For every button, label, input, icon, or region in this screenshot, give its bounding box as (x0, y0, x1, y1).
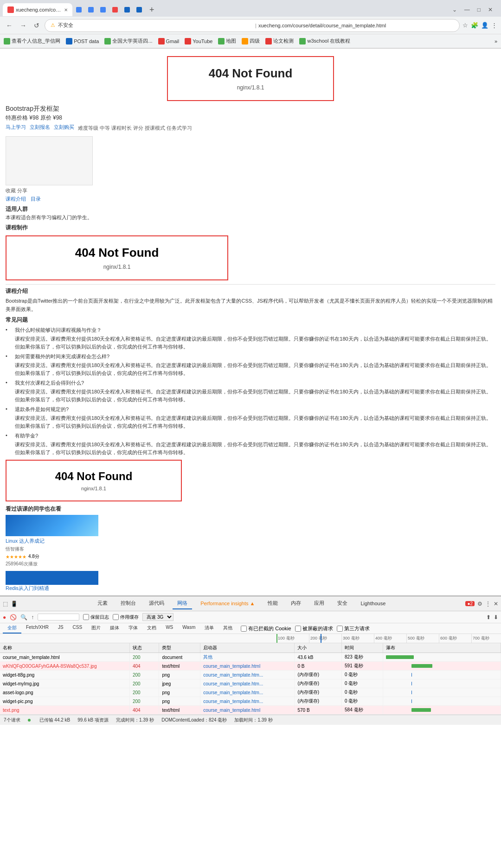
disable-cache-checkbox[interactable]: 停用缓存 (113, 614, 139, 621)
inspect-icon[interactable]: ⬚ (3, 601, 8, 607)
download-icon[interactable]: ⬇ (494, 614, 498, 621)
related-course-link-1[interactable]: Linux 达人养成记 (6, 538, 98, 545)
device-icon[interactable]: 📱 (11, 601, 18, 607)
record-icon[interactable]: ● (3, 614, 6, 621)
address-bar[interactable]: ⚠ 不安全 | xuecheng.com/course/detail/cours… (45, 19, 460, 32)
waterfall-bar (411, 673, 412, 677)
devtools-tab-performance[interactable]: 性能 (263, 598, 283, 609)
bookmark-star-button[interactable]: ☆ (462, 22, 468, 29)
new-tab-button[interactable]: + (146, 5, 158, 15)
devtools-tab-lighthouse[interactable]: Lighthouse (356, 599, 390, 609)
cell-name: wKhlQFqO0OGAFyhGAAA-8SWa8Qc537.jpg (0, 662, 129, 671)
table-row[interactable]: asset-logo.png 200 png course_main_templ… (0, 688, 501, 697)
devtools-tab-console[interactable]: 控制台 (116, 598, 141, 609)
browser-tab[interactable] (109, 4, 121, 15)
forward-button[interactable]: → (18, 20, 29, 31)
third-party-checkbox[interactable]: 第三方请求 (337, 623, 370, 634)
table-row[interactable]: course_main_template.html 200 document 其… (0, 653, 501, 662)
table-row[interactable]: widget-myImg.jpg 200 jpeg course_main_te… (0, 679, 501, 688)
subtab-fetch-xhr[interactable]: Fetch/XHR (21, 623, 53, 634)
preserve-log-checkbox[interactable]: 保留日志 (83, 614, 109, 621)
subtab-font[interactable]: 字体 (124, 623, 142, 634)
browser-tab[interactable] (97, 4, 109, 15)
import-icon[interactable]: ↑ (31, 614, 34, 621)
col-header-status[interactable]: 状态 (129, 643, 159, 653)
devtools-tab-performance-insights[interactable]: Performance insights ▲ (196, 599, 259, 609)
subtab-css[interactable]: CSS (68, 623, 87, 634)
cell-name: widget-pic.png (0, 697, 129, 706)
course-intro-link[interactable]: 课程介绍 (6, 196, 26, 203)
subtab-other[interactable]: 其他 (218, 623, 237, 634)
col-header-name[interactable]: 名称 (0, 643, 129, 653)
browser-tab[interactable] (122, 4, 133, 15)
table-row[interactable]: widget-tt8g.png 200 png course_main_temp… (0, 671, 501, 679)
col-header-time[interactable]: 时间 (342, 643, 383, 653)
blocked-requests-checkbox[interactable]: 被屏蔽的请求 (295, 623, 333, 634)
col-header-waterfall[interactable]: 瀑布 (383, 643, 501, 653)
bookmark-gmail[interactable]: Gmail (158, 38, 180, 44)
bookmark-cet4[interactable]: 四级 (242, 38, 260, 44)
devtools-tab-application[interactable]: 应用 (309, 598, 329, 609)
network-filter-input[interactable] (38, 614, 79, 621)
table-row[interactable]: text.png 404 text/html course_main_templ… (0, 706, 501, 715)
devtools-subtabs: 全部 Fetch/XHR JS CSS 图片 媒体 字体 文档 WS Wasm … (0, 623, 501, 634)
throttle-select[interactable]: 高速 3G (142, 613, 173, 621)
subtab-all[interactable]: 全部 (3, 623, 21, 634)
active-tab[interactable]: xuecheng.com/course/detail/co... ✕ (3, 3, 72, 16)
col-header-type[interactable]: 类型 (159, 643, 200, 653)
devtools-close-icon[interactable]: ✕ (494, 601, 498, 607)
buy-link[interactable]: 立刻购买 (54, 124, 74, 134)
subtab-wasm[interactable]: Wasm (178, 623, 200, 634)
subtab-ws[interactable]: WS (161, 623, 178, 634)
devtools-more-icon[interactable]: ⋮ (485, 601, 491, 607)
bookmark-thesis-check[interactable]: 论文检测 (265, 38, 294, 44)
upload-icon[interactable]: ⬆ (486, 614, 491, 621)
bookmark-english[interactable]: 全国大学英语四... (104, 38, 152, 44)
clear-icon[interactable]: 🚫 (10, 614, 17, 621)
table-row[interactable]: widget-pic.png 200 png course_main_templ… (0, 697, 501, 706)
subtab-js[interactable]: JS (53, 623, 68, 634)
browser-tab[interactable] (73, 4, 84, 15)
devtools-settings-icon[interactable]: ⚙ (477, 601, 482, 607)
cell-waterfall (383, 653, 501, 662)
bookmark-w3school[interactable]: w3school 在线教程 (299, 38, 350, 44)
profile-button[interactable]: 👤 (481, 22, 488, 29)
cell-name: text.png (0, 706, 129, 715)
back-button[interactable]: ← (4, 20, 15, 31)
col-header-size[interactable]: 大小 (295, 643, 342, 653)
tab-close-button[interactable]: ✕ (64, 7, 68, 13)
col-header-initiator[interactable]: 启动器 (200, 643, 295, 653)
subtab-doc[interactable]: 文档 (142, 623, 161, 634)
tab-list-button[interactable]: ⌄ (450, 6, 459, 14)
devtools-tab-elements[interactable]: 元素 (93, 598, 112, 609)
bookmark-maps[interactable]: 地图 (218, 38, 236, 44)
devtools-tab-network[interactable]: 网络 (173, 598, 192, 609)
error-badge: ●2 (465, 601, 475, 606)
filter-icon[interactable]: 🔍 (20, 614, 27, 621)
browser-tab[interactable] (85, 4, 96, 15)
bookmarks-more-button[interactable]: » (495, 38, 497, 44)
minimize-button[interactable]: — (462, 6, 472, 14)
cell-initiator: course_main_template.html (200, 662, 295, 671)
devtools-tab-memory[interactable]: 内存 (286, 598, 306, 609)
table-row[interactable]: wKhlQFqO0OGAFyhGAAA-8SWa8Qc537.jpg 404 t… (0, 662, 501, 671)
bookmark-post-data[interactable]: POST data (66, 38, 99, 44)
devtools-tab-security[interactable]: 安全 (333, 598, 352, 609)
bookmark-personal-info[interactable]: 查看个人信息_学信网 (4, 38, 60, 44)
bookmark-youtube[interactable]: YouTube (185, 38, 212, 44)
blocked-cookies-checkbox[interactable]: 有已拦截的 Cookie (241, 623, 291, 634)
subtab-img[interactable]: 图片 (87, 623, 105, 634)
register-link[interactable]: 立刻报名 (30, 124, 50, 134)
related-course-link-2[interactable]: Redis从入门到精通 (6, 585, 49, 591)
subtab-media[interactable]: 媒体 (105, 623, 124, 634)
reload-button[interactable]: ↺ (32, 20, 42, 31)
extension-button[interactable]: 🧩 (471, 22, 478, 29)
close-button[interactable]: ✕ (486, 6, 495, 14)
devtools-tab-sources[interactable]: 源代码 (144, 598, 169, 609)
menu-button[interactable]: ⋮ (491, 22, 497, 29)
study-now-link[interactable]: 马上学习 (6, 124, 26, 134)
subtab-manifest[interactable]: 清单 (200, 623, 218, 634)
maximize-button[interactable]: □ (475, 6, 482, 14)
course-catalog-link[interactable]: 目录 (31, 196, 41, 203)
browser-tab[interactable] (134, 4, 145, 15)
